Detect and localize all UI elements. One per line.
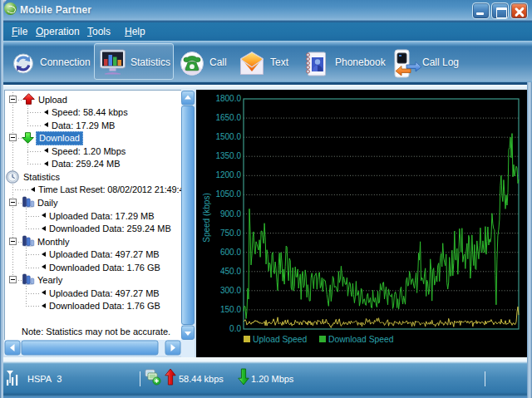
svg-text:600.0: 600.0: [220, 248, 241, 257]
svg-text:Speed (kbps): Speed (kbps): [202, 193, 211, 242]
svg-text:1800.0: 1800.0: [215, 94, 241, 103]
svg-text:1200.0: 1200.0: [215, 170, 241, 179]
svg-text:1650.0: 1650.0: [215, 113, 241, 122]
svg-text:150.0: 150.0: [220, 305, 241, 314]
svg-text:1050.0: 1050.0: [215, 189, 241, 199]
svg-text:Download Speed: Download Speed: [328, 335, 394, 344]
svg-text:750.0: 750.0: [220, 228, 241, 238]
svg-text:450.0: 450.0: [220, 267, 241, 276]
svg-text:900.0: 900.0: [220, 209, 241, 219]
svg-text:0.0: 0.0: [229, 324, 241, 333]
svg-text:1500.0: 1500.0: [215, 132, 241, 141]
svg-text:300.0: 300.0: [220, 286, 241, 295]
svg-text:1350.0: 1350.0: [215, 151, 241, 160]
svg-text:Upload Speed: Upload Speed: [253, 335, 308, 344]
